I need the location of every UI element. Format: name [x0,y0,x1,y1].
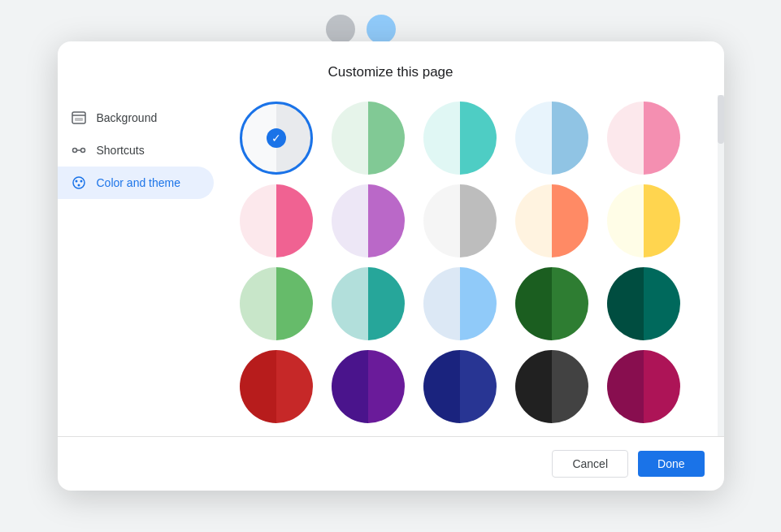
color-option-orange[interactable] [515,184,588,257]
svg-rect-1 [75,118,83,121]
scrollbar-area[interactable] [716,95,724,436]
dialog-footer: Cancel Done [58,436,724,491]
done-button[interactable]: Done [638,451,704,477]
dialog-title: Customize this page [58,41,724,95]
svg-point-2 [72,149,76,153]
color-option-white[interactable]: ✓ [240,102,313,175]
color-option-green-light[interactable] [332,102,405,175]
sidebar-label-background: Background [97,111,158,124]
color-option-navy[interactable] [423,350,497,423]
svg-point-5 [73,177,85,188]
browser-avatar-right [367,15,396,44]
color-theme-icon [71,175,87,191]
svg-point-6 [75,180,77,183]
color-option-yellow[interactable] [607,184,680,257]
scrollbar-track [718,95,724,436]
color-option-pink-mid[interactable] [240,184,313,257]
color-option-crimson[interactable] [607,350,680,423]
sidebar-item-shortcuts[interactable]: Shortcuts [58,134,214,167]
sidebar-label-color-theme: Color and theme [97,176,181,189]
color-option-purple-light[interactable] [332,184,405,257]
dialog-overlay: Customize this page Background [0,0,781,532]
customize-dialog: Customize this page Background [58,41,724,491]
cancel-button[interactable]: Cancel [552,450,628,478]
svg-point-8 [77,184,80,187]
color-option-teal-light[interactable] [423,102,497,175]
background-icon [71,110,87,126]
color-option-gray-light[interactable] [423,184,497,257]
shortcuts-icon [71,142,87,158]
sidebar-item-background[interactable]: Background [58,102,214,134]
sidebar-label-shortcuts: Shortcuts [97,144,145,157]
svg-point-3 [80,149,85,153]
color-option-pink-light[interactable] [607,102,680,175]
sidebar: Background Shortcuts [58,95,220,436]
color-option-charcoal[interactable] [515,350,588,423]
color-option-blue-light[interactable] [515,102,588,175]
browser-avatar-left [326,15,355,44]
color-grid: ✓ [240,95,690,436]
color-option-green-mid[interactable] [240,267,313,340]
color-option-green-dark[interactable] [515,267,588,340]
scrollbar-thumb[interactable] [718,95,724,144]
svg-point-7 [80,180,82,183]
color-option-red-dark[interactable] [240,350,313,423]
color-theme-content: ✓ [220,95,716,436]
color-option-purple-dark[interactable] [332,350,405,423]
color-option-teal-mid[interactable] [332,267,405,340]
sidebar-item-color-theme[interactable]: Color and theme [58,167,214,199]
color-option-teal-dark[interactable] [607,267,680,340]
color-option-blue-mid[interactable] [423,267,497,340]
dialog-body: Background Shortcuts [58,95,724,436]
